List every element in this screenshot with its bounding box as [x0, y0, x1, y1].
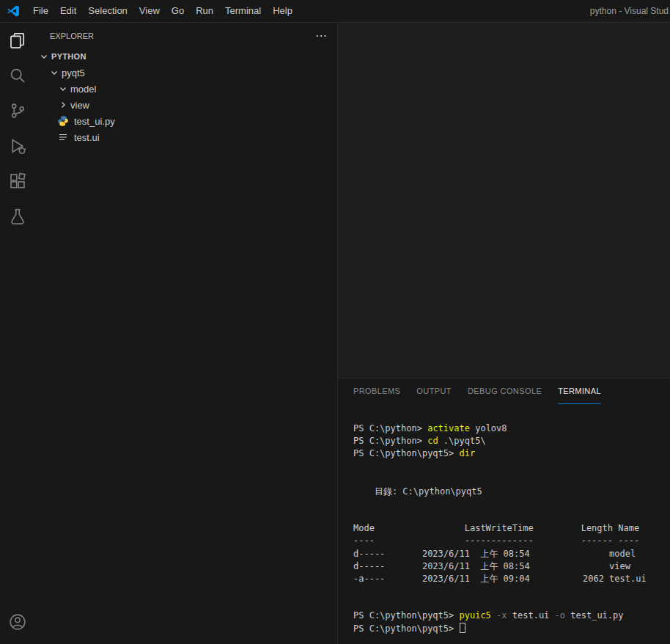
activity-explorer-button[interactable]: [0, 23, 35, 58]
more-actions-button[interactable]: ⋯: [315, 30, 327, 42]
bottom-panel: PROBLEMS OUTPUT DEBUG CONSOLE TERMINAL P…: [338, 378, 670, 644]
main-area: PROBLEMS OUTPUT DEBUG CONSOLE TERMINAL P…: [338, 23, 670, 644]
terminal-line: PS C:\python> activate yolov8: [353, 423, 670, 436]
tree-item-view[interactable]: view: [35, 97, 337, 113]
terminal-line: PS C:\python\pyqt5> dir: [353, 448, 670, 461]
terminal-line: d----- 2023/6/11 上午 08:54 view: [353, 560, 670, 573]
menu-go[interactable]: Go: [166, 0, 190, 22]
titlebar: File Edit Selection View Go Run Terminal…: [0, 0, 670, 23]
activity-bar: [0, 23, 35, 644]
vscode-logo-icon: [7, 4, 20, 18]
terminal-line: [353, 511, 670, 523]
activity-testing-button[interactable]: [0, 199, 35, 234]
tree-item-label: pyqt5: [62, 67, 85, 78]
tree-item-label: test_ui.py: [74, 116, 115, 127]
terminal-line: d----- 2023/6/11 上午 08:54 model: [353, 548, 670, 560]
terminal-line: [353, 473, 670, 486]
tab-debug-console[interactable]: DEBUG CONSOLE: [468, 378, 542, 404]
terminal-line: [353, 585, 670, 598]
vscode-window: File Edit Selection View Go Run Terminal…: [0, 0, 670, 644]
ui-file-icon: [57, 131, 69, 143]
terminal-line: PS C:\python\pyqt5>: [353, 623, 670, 635]
extensions-icon: [9, 172, 26, 190]
tree-item-pyqt5[interactable]: pyqt5: [35, 65, 337, 81]
source-control-icon: [9, 102, 26, 120]
terminal-cursor: [460, 623, 465, 633]
terminal-output[interactable]: PS C:\python> activate yolov8PS C:\pytho…: [338, 404, 670, 644]
menu-terminal[interactable]: Terminal: [219, 0, 267, 22]
chevron-down-icon: [57, 83, 69, 95]
terminal-line: PS C:\python\pyqt5> pyuic5 -x test.ui -o…: [353, 610, 670, 623]
menu-help[interactable]: Help: [267, 0, 298, 22]
tree-item-test-ui[interactable]: test.ui: [35, 129, 337, 145]
terminal-line: -a---- 2023/6/11 上午 09:04 2062 test.ui: [353, 573, 670, 585]
chevron-right-icon: [57, 99, 69, 111]
activity-extensions-button[interactable]: [0, 164, 35, 199]
menu-bar: File Edit Selection View Go Run Terminal…: [27, 0, 298, 22]
terminal-line: [353, 498, 670, 511]
tree-item-label: view: [70, 100, 89, 111]
activity-search-button[interactable]: [0, 58, 35, 93]
editor-empty-area: [338, 23, 670, 378]
run-debug-icon: [9, 137, 26, 155]
tab-problems[interactable]: PROBLEMS: [353, 378, 400, 404]
sidebar-header: EXPLORER ⋯: [35, 23, 337, 48]
panel-tab-bar: PROBLEMS OUTPUT DEBUG CONSOLE TERMINAL: [338, 378, 670, 404]
terminal-line: 目錄: C:\python\pyqt5: [353, 486, 670, 498]
sidebar-title: EXPLORER: [50, 32, 94, 40]
activity-source-control-button[interactable]: [0, 93, 35, 128]
search-icon: [9, 67, 26, 84]
explorer-sidebar: EXPLORER ⋯ PYTHON pyqt5: [35, 23, 338, 644]
tree-item-model[interactable]: model: [35, 81, 337, 97]
files-icon: [9, 32, 26, 49]
terminal-line: [353, 461, 670, 473]
chevron-down-icon: [48, 67, 60, 78]
terminal-line: [353, 598, 670, 610]
tree-item-test-ui-py[interactable]: test_ui.py: [35, 113, 337, 129]
account-icon: [9, 613, 26, 631]
activity-account-button[interactable]: [0, 604, 35, 640]
tree-item-label: model: [70, 84, 96, 95]
chevron-down-icon: [38, 51, 50, 62]
menu-edit[interactable]: Edit: [54, 0, 82, 22]
section-label: PYTHON: [51, 52, 86, 61]
terminal-line: Mode LastWriteTime Length Name: [353, 523, 670, 535]
menu-view[interactable]: View: [133, 0, 166, 22]
terminal-line: ---- ------------- ------ ----: [353, 535, 670, 548]
python-icon: [57, 115, 69, 127]
menu-selection[interactable]: Selection: [82, 0, 133, 22]
tab-output[interactable]: OUTPUT: [416, 378, 452, 404]
activity-run-debug-button[interactable]: [0, 128, 35, 164]
file-tree: pyqt5 model view: [35, 65, 337, 145]
testing-icon: [9, 208, 26, 225]
menu-file[interactable]: File: [27, 0, 54, 22]
window-title: python - Visual Stud: [590, 0, 669, 22]
tree-item-label: test.ui: [74, 132, 100, 143]
menu-run[interactable]: Run: [190, 0, 219, 22]
terminal-line: PS C:\python> cd .\pyqt5\: [353, 436, 670, 448]
section-header-python[interactable]: PYTHON: [35, 48, 337, 65]
tab-terminal[interactable]: TERMINAL: [558, 378, 601, 404]
